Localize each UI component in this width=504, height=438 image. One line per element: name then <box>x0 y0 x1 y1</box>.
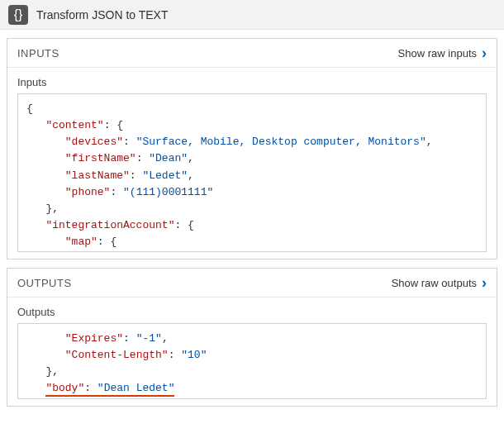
outputs-expires-value: -1 <box>142 332 155 345</box>
outputs-panel-body: Outputs "Expires": "-1", "Content-Length… <box>7 298 497 406</box>
inputs-header-label: INPUTS <box>17 47 398 60</box>
inputs-firstname-value: Dean <box>155 152 181 164</box>
transform-icon: {} <box>8 5 28 25</box>
inputs-body-label: Inputs <box>17 76 487 88</box>
chevron-right-icon: › <box>482 275 487 290</box>
outputs-content-length-value: 10 <box>188 349 201 361</box>
show-raw-inputs-label: Show raw inputs <box>398 47 477 60</box>
inputs-code-box: { "content": { "devices": "Surface, Mobi… <box>17 93 487 252</box>
outputs-panel-header: OUTPUTS Show raw outputs › <box>7 269 497 298</box>
outputs-body-label: Outputs <box>17 306 487 318</box>
outputs-panel: OUTPUTS Show raw outputs › Outputs "Expi… <box>7 268 497 407</box>
show-raw-inputs-button[interactable]: Show raw inputs › <box>398 45 487 60</box>
page-title: Transform JSON to TEXT <box>36 8 168 21</box>
inputs-panel-header: INPUTS Show raw inputs › <box>7 39 497 68</box>
inputs-devices-value: Surface, Mobile, Desktop computer, Monit… <box>142 136 419 148</box>
transform-icon-glyph: {} <box>14 7 23 22</box>
inputs-panel-body: Inputs { "content": { "devices": "Surfac… <box>7 68 497 259</box>
outputs-json-content[interactable]: "Expires": "-1", "Content-Length": "10" … <box>18 324 486 398</box>
chevron-right-icon: › <box>482 45 487 60</box>
inputs-lastname-value: Ledet <box>149 169 181 182</box>
show-raw-outputs-button[interactable]: Show raw outputs › <box>392 275 487 290</box>
outputs-header-label: OUTPUTS <box>17 277 392 289</box>
inputs-panel: INPUTS Show raw inputs › Inputs { "conte… <box>7 38 497 259</box>
outputs-code-box: "Expires": "-1", "Content-Length": "10" … <box>17 323 487 399</box>
inputs-json-content[interactable]: { "content": { "devices": "Surface, Mobi… <box>18 94 486 251</box>
show-raw-outputs-label: Show raw outputs <box>392 277 477 289</box>
title-bar: {} Transform JSON to TEXT <box>0 0 504 30</box>
inputs-phone-value: (111)0001111 <box>130 186 207 198</box>
outputs-body-value: Dean Ledet <box>104 382 169 394</box>
